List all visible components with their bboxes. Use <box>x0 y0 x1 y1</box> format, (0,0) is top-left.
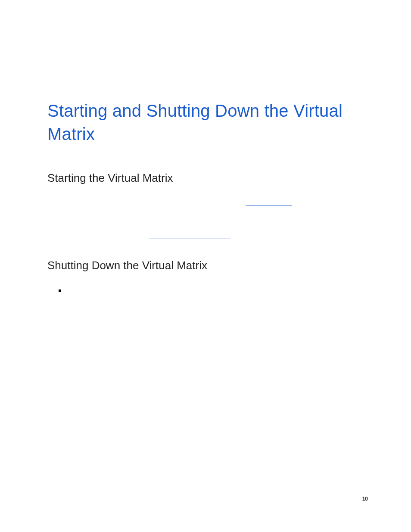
paragraph-with-link-2 <box>47 233 368 242</box>
page-number: 10 <box>362 496 368 502</box>
document-page: Starting and Shutting Down the Virtual M… <box>0 0 411 532</box>
section-title-shutdown: Shutting Down the Virtual Matrix <box>47 259 368 272</box>
page-footer: 10 <box>47 493 368 502</box>
cross-reference-link-2[interactable] <box>149 238 230 239</box>
section-title-starting: Starting the Virtual Matrix <box>47 171 368 185</box>
paragraph-with-link-1 <box>47 199 368 208</box>
cross-reference-link-1[interactable] <box>246 205 292 205</box>
bullet-icon <box>59 289 61 292</box>
bullet-list-item <box>59 287 368 292</box>
chapter-title: Starting and Shutting Down the Virtual M… <box>47 99 368 146</box>
